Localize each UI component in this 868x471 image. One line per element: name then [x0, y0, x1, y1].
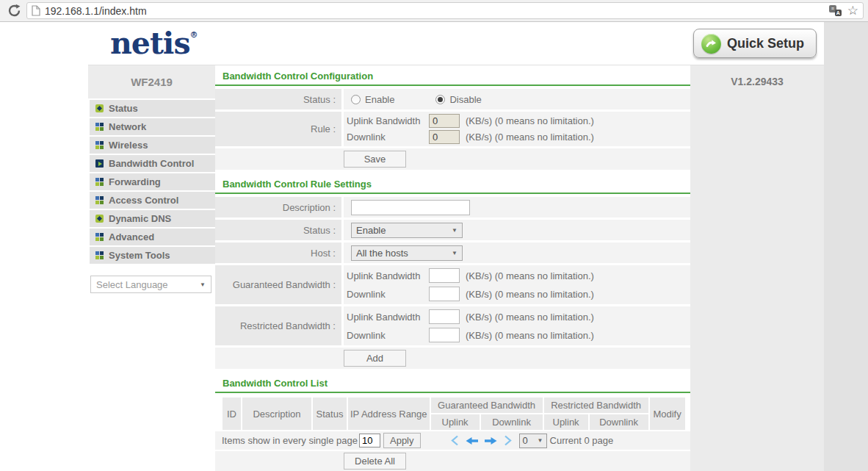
arrow-right-icon[interactable] [485, 436, 497, 445]
chevron-down-icon: ▼ [452, 250, 457, 256]
rule-uplink-input[interactable] [429, 114, 460, 128]
chevron-down-icon: ▼ [538, 437, 543, 444]
chevron-right-icon[interactable] [504, 435, 513, 446]
page-select[interactable]: 0 ▼ [519, 434, 547, 448]
sidebar-item-label: Dynamic DNS [109, 213, 171, 224]
sidebar-item-advanced[interactable]: Advanced [90, 229, 215, 245]
reload-icon[interactable] [4, 1, 23, 21]
guaranteed-bandwidth-label: Guaranteed Bandwidth : [215, 265, 341, 304]
sidebar-item-label: System Tools [109, 250, 170, 261]
col-header-ip-range: IP Address Range [347, 397, 430, 431]
grid-icon [95, 251, 104, 259]
grid-icon [95, 196, 104, 204]
guaranteed-downlink-line: Downlink Bandwidth (KB/s) (0 means no li… [347, 285, 690, 304]
uplink-note: (KB/s) (0 means no limitation.) [466, 308, 594, 326]
url-text[interactable]: 192.168.1.1/index.htm [45, 5, 829, 17]
status-label: Status : [215, 89, 341, 109]
enable-radio[interactable] [351, 95, 361, 104]
apply-button[interactable]: Apply [383, 433, 421, 448]
save-button[interactable]: Save [344, 151, 406, 168]
restricted-bandwidth-row: Restricted Bandwidth : Uplink Bandwidth … [215, 306, 690, 345]
header-band: netis® Quick Setup [88, 22, 824, 65]
disable-radio[interactable] [435, 95, 445, 104]
add-row: Add [215, 348, 690, 369]
col-header-guaranteed: Guaranteed Bandwidth [430, 397, 543, 414]
guaranteed-bandwidth-row: Guaranteed Bandwidth : Uplink Bandwidth … [215, 265, 690, 304]
quick-setup-button[interactable]: Quick Setup [693, 29, 817, 58]
language-select[interactable]: Select Language ▼ [90, 276, 211, 293]
downlink-note: (KB/s) (0 means no limitation.) [466, 129, 594, 146]
status-row: Status : Enable Disable [215, 89, 690, 109]
play-icon [95, 159, 104, 168]
delete-all-row: Delete All [215, 451, 690, 471]
sidebar-item-label: Access Control [109, 195, 178, 206]
translate-icon[interactable]: ≡ A [829, 5, 842, 16]
sidebar: WF2419 Status Network Wireless Bandwidth… [88, 65, 215, 471]
sidebar-item-label: Wireless [109, 140, 148, 151]
browser-chrome: 192.168.1.1/index.htm ≡ A ☆ [0, 0, 868, 22]
restricted-bandwidth-label: Restricted Bandwidth : [215, 306, 341, 345]
description-row: Description : [215, 197, 690, 217]
col-header-description: Description [242, 397, 312, 431]
rule-row: Rule : Uplink Bandwidth (KB/s) (0 means … [215, 112, 690, 146]
uplink-note: (KB/s) (0 means no limitation.) [466, 113, 594, 129]
sidebar-item-dynamic-dns[interactable]: Dynamic DNS [90, 210, 215, 227]
col-header-status: Status [312, 397, 347, 431]
bookmark-star-icon[interactable]: ☆ [847, 4, 858, 17]
restricted-downlink-input[interactable] [429, 328, 460, 342]
arrow-left-icon[interactable] [466, 436, 478, 445]
uplink-bandwidth-label: Uplink Bandwidth [347, 113, 429, 129]
sidebar-item-label: Bandwidth Control [109, 158, 194, 169]
col-header-restricted-uplink: Uplink [543, 414, 589, 431]
downlink-bandwidth-label: Downlink Bandwidth [347, 326, 429, 345]
description-input[interactable] [351, 200, 470, 215]
quick-setup-label: Quick Setup [727, 36, 804, 51]
sidebar-item-bandwidth-control[interactable]: Bandwidth Control [90, 155, 215, 172]
right-panel: V1.2.29433 [690, 65, 824, 471]
sidebar-item-forwarding[interactable]: Forwarding [90, 173, 215, 190]
firmware-version: V1.2.29433 [690, 65, 824, 98]
sidebar-item-wireless[interactable]: Wireless [90, 137, 215, 154]
col-header-id: ID [222, 397, 242, 431]
disable-radio-label: Disable [449, 94, 481, 105]
items-per-page-label: Items show in every single page [222, 435, 358, 446]
guaranteed-downlink-input[interactable] [429, 287, 460, 301]
sidebar-item-label: Advanced [109, 231, 154, 242]
downlink-bandwidth-label: Downlink Bandwidth [347, 129, 429, 146]
delete-all-button[interactable]: Delete All [344, 453, 406, 470]
sidebar-item-access-control[interactable]: Access Control [90, 192, 215, 209]
model-name: WF2419 [88, 65, 215, 98]
grid-icon [95, 141, 104, 149]
page-icon [32, 5, 40, 16]
rule-label: Rule : [215, 112, 341, 146]
col-header-guaranteed-uplink: Uplink [430, 414, 480, 431]
router-ui-card: netis® Quick Setup WF2419 Status [88, 22, 824, 471]
host-dropdown-value: All the hosts [356, 248, 408, 259]
logo-text: netis [110, 26, 190, 61]
sidebar-item-system-tools[interactable]: System Tools [90, 247, 215, 264]
host-dropdown[interactable]: All the hosts ▼ [351, 245, 463, 261]
section-title-control-list: Bandwidth Control List [215, 374, 690, 393]
rule-status-label: Status : [215, 220, 341, 240]
downlink-note: (KB/s) (0 means no limitation.) [466, 326, 594, 345]
uplink-bandwidth-label: Uplink Bandwidth [347, 308, 429, 326]
quick-setup-arrow-icon [701, 34, 721, 54]
bandwidth-control-table: ID Description Status IP Address Range G… [221, 396, 687, 431]
main-content: Bandwidth Control Configuration Status :… [215, 65, 690, 471]
host-row: Host : All the hosts ▼ [215, 242, 690, 263]
grid-icon [95, 123, 104, 131]
sidebar-item-status[interactable]: Status [90, 100, 215, 117]
add-button[interactable]: Add [344, 350, 406, 367]
chevron-left-icon[interactable] [450, 435, 459, 446]
chevron-down-icon: ▼ [452, 227, 457, 234]
sidebar-item-network[interactable]: Network [90, 118, 215, 135]
description-label: Description : [215, 197, 341, 217]
col-header-restricted-downlink: Downlink [589, 414, 649, 431]
status-dropdown[interactable]: Enable ▼ [351, 223, 463, 238]
grid-icon [95, 178, 104, 186]
restricted-uplink-input[interactable] [429, 309, 460, 324]
rule-downlink-input[interactable] [429, 130, 460, 144]
page-size-input[interactable] [359, 434, 380, 447]
guaranteed-uplink-input[interactable] [429, 268, 460, 283]
url-bar[interactable]: 192.168.1.1/index.htm ≡ A ☆ [26, 2, 864, 19]
